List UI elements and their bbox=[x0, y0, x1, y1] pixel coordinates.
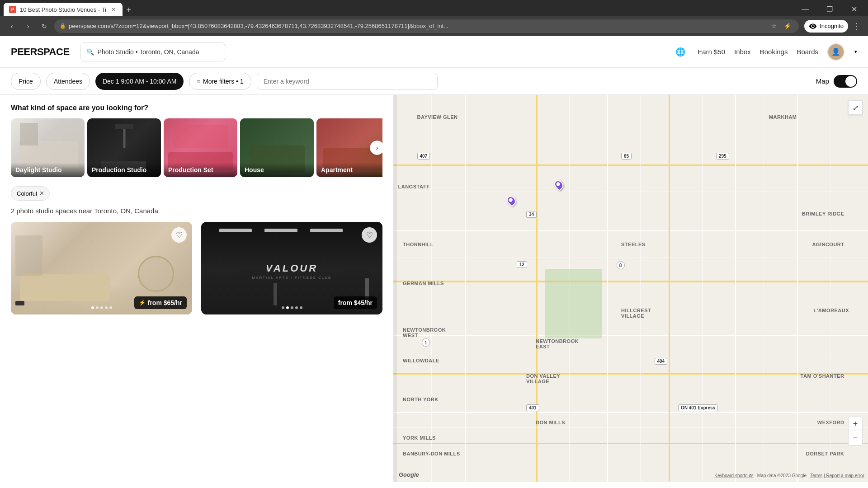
map-vroad-6 bbox=[797, 95, 798, 482]
close-button[interactable]: ✕ bbox=[844, 2, 864, 16]
map-fullscreen-button[interactable]: ⤢ bbox=[848, 100, 863, 115]
minimize-button[interactable]: — bbox=[795, 2, 816, 16]
address-bar[interactable]: 🔒 peerspace.com/s/?zoom=12&viewport_bbox… bbox=[54, 19, 799, 33]
more-filters-button[interactable]: ≡ More filters • 1 bbox=[189, 73, 251, 90]
dot-3 bbox=[291, 306, 293, 309]
active-tab[interactable]: P 10 Best Photo Studio Venues - Ti ✕ bbox=[4, 3, 123, 16]
venue-card-1[interactable]: ♡ ⚡ from $65/hr bbox=[11, 222, 192, 314]
map-grid-6 bbox=[393, 397, 868, 397]
address-bar-row: ‹ › ↻ 🔒 peerspace.com/s/?zoom=12&viewpor… bbox=[0, 16, 868, 36]
production-set-label: Production Set bbox=[164, 163, 237, 177]
space-type-production-studio[interactable]: Production Studio bbox=[87, 118, 161, 177]
venue-card-2[interactable]: VALOUR MARTIAL ARTS • FITNESS CLUB ♡ fro… bbox=[201, 222, 382, 314]
area-banbury-don-mills: BANBURY-DON MILLS bbox=[403, 451, 460, 456]
inbox-link[interactable]: Inbox bbox=[734, 48, 751, 56]
colorful-tag-remove-icon[interactable]: × bbox=[40, 189, 44, 197]
earn-link[interactable]: Earn $50 bbox=[698, 48, 725, 56]
window-controls: — ❐ ✕ bbox=[795, 2, 864, 16]
bookmark-button[interactable]: ☆ bbox=[768, 20, 780, 32]
road-badge-12: 12 bbox=[517, 261, 527, 268]
area-don-valley-village: DON VALLEYVILLAGE bbox=[526, 373, 560, 384]
area-hillcrest-village: HILLCRESTVILLAGE bbox=[621, 308, 651, 319]
language-button[interactable]: 🌐 bbox=[672, 44, 689, 60]
browser-menu-button[interactable]: ⋮ bbox=[850, 20, 863, 33]
map-pin-1[interactable] bbox=[507, 196, 515, 206]
extensions-button[interactable]: ⚡ bbox=[782, 20, 793, 32]
price-filter-button[interactable]: Price bbox=[11, 73, 41, 90]
back-button[interactable]: ‹ bbox=[5, 20, 18, 33]
map-pin-2-inner bbox=[556, 182, 561, 187]
user-menu-chevron-icon[interactable]: ▾ bbox=[854, 49, 857, 55]
user-avatar[interactable]: 👤 bbox=[827, 43, 844, 61]
browser-actions: Incognito ⋮ bbox=[804, 20, 863, 33]
search-bar[interactable]: 🔍 Photo Studio • Toronto, ON, Canada bbox=[80, 42, 225, 61]
active-tags: Colorful × bbox=[11, 186, 382, 201]
area-york-mills: YORK MILLS bbox=[403, 435, 436, 441]
boards-link[interactable]: Boards bbox=[797, 48, 818, 56]
map-container[interactable]: 407 65 295 34 12 8 1 404 401 ON 401 Expr… bbox=[393, 95, 868, 482]
new-tab-button[interactable]: + bbox=[123, 4, 135, 16]
space-type-house[interactable]: House bbox=[240, 118, 314, 177]
report-link[interactable]: | Report a map error bbox=[824, 473, 864, 478]
keyword-input[interactable] bbox=[257, 73, 438, 90]
map-vgrid-2 bbox=[498, 95, 498, 482]
left-panel: What kind of space are you looking for? … bbox=[0, 95, 393, 482]
colorful-tag-label: Colorful bbox=[17, 190, 37, 197]
space-types-next-button[interactable]: › bbox=[370, 141, 382, 155]
apartment-label: Apartment bbox=[316, 163, 382, 177]
map-vroad-1 bbox=[465, 95, 466, 482]
venue-2-dots bbox=[282, 306, 302, 309]
bookings-link[interactable]: Bookings bbox=[760, 48, 788, 56]
results-count: 2 photo studio spaces near Toronto, ON, … bbox=[11, 207, 382, 215]
map-grid-2 bbox=[393, 192, 868, 192]
maximize-button[interactable]: ❐ bbox=[819, 2, 840, 16]
search-icon: 🔍 bbox=[86, 48, 94, 56]
colorful-tag[interactable]: Colorful × bbox=[11, 186, 50, 201]
dot-3 bbox=[100, 306, 103, 309]
header-actions: 🌐 Earn $50 Inbox Bookings Boards 👤 ▾ bbox=[672, 43, 857, 61]
refresh-button[interactable]: ↻ bbox=[38, 20, 51, 33]
area-newtonbrook-east: NEWTONBROOKEAST bbox=[536, 338, 579, 349]
map-zoom-controls: + − bbox=[848, 417, 863, 446]
map-vgrid-4 bbox=[640, 95, 641, 482]
incognito-label: Incognito bbox=[820, 23, 844, 29]
peerspace-logo: PEERSPACE bbox=[11, 46, 70, 58]
map-pin-1-dot bbox=[505, 194, 518, 206]
map-data-text: Map data ©2023 Google bbox=[755, 473, 810, 478]
incognito-icon bbox=[809, 22, 817, 30]
space-types-row: Daylight Studio Production Studio bbox=[11, 118, 382, 177]
space-type-daylight-studio[interactable]: Daylight Studio bbox=[11, 118, 85, 177]
map-zoom-in-button[interactable]: + bbox=[848, 417, 863, 431]
road-badge-295: 295 bbox=[716, 153, 729, 160]
tab-close-button[interactable]: ✕ bbox=[110, 6, 117, 13]
map-zoom-out-button[interactable]: − bbox=[848, 431, 863, 446]
area-north-york: NORTH YORK bbox=[403, 397, 439, 402]
lock-icon: 🔒 bbox=[60, 23, 66, 29]
map-panel: 407 65 295 34 12 8 1 404 401 ON 401 Expr… bbox=[393, 95, 868, 482]
dot-1 bbox=[91, 306, 94, 309]
area-tam-oshanters: TAM O'SHANTER bbox=[801, 373, 844, 379]
forward-button[interactable]: › bbox=[22, 20, 34, 33]
venue-1-heart-button[interactable]: ♡ bbox=[171, 227, 187, 243]
dot-2 bbox=[286, 306, 289, 309]
keyboard-shortcuts-link[interactable]: Keyboard shortcuts bbox=[714, 473, 753, 478]
area-thornhill: THORNHILL bbox=[403, 242, 434, 247]
address-bar-actions: ☆ ⚡ bbox=[768, 20, 793, 32]
road-badge-65: 65 bbox=[621, 153, 632, 160]
map-vgrid-6 bbox=[764, 95, 764, 482]
map-pin-2-dot bbox=[552, 178, 565, 191]
incognito-badge[interactable]: Incognito bbox=[804, 20, 848, 33]
map-park-area bbox=[545, 269, 602, 338]
space-type-production-set[interactable]: Production Set bbox=[164, 118, 237, 177]
road-badge-404: 404 bbox=[655, 358, 668, 365]
venue-2-price-badge: from $45/hr bbox=[334, 296, 377, 309]
area-german-mills: GERMAN MILLS bbox=[403, 281, 444, 286]
date-filter-button[interactable]: Dec 1 9:00 AM - 10:00 AM bbox=[95, 73, 184, 90]
map-toggle-switch[interactable] bbox=[834, 75, 857, 88]
house-label: House bbox=[240, 163, 314, 177]
venue-2-heart-button[interactable]: ♡ bbox=[362, 227, 377, 243]
area-bayview-glen: BAYVIEW GLEN bbox=[417, 114, 458, 120]
attendees-filter-button[interactable]: Attendees bbox=[46, 73, 90, 90]
terms-link[interactable]: Terms bbox=[810, 473, 822, 478]
map-pin-2[interactable] bbox=[555, 180, 563, 190]
